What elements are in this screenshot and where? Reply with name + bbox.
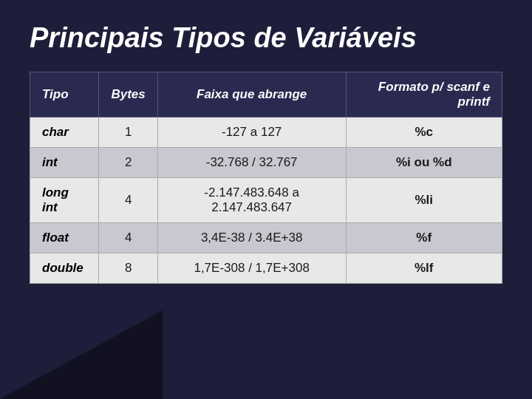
header-bytes: Bytes	[99, 72, 157, 117]
header-tipo: Tipo	[30, 72, 99, 117]
table-row: int2-32.768 / 32.767%i ou %d	[30, 148, 502, 178]
cell-tipo: char	[30, 117, 99, 148]
cell-faixa: -32.768 / 32.767	[157, 148, 346, 178]
cell-faixa: -127 a 127	[157, 117, 346, 148]
cell-tipo: float	[30, 223, 99, 253]
cell-bytes: 4	[99, 223, 157, 253]
page-title: Principais Tipos de Variáveis	[30, 22, 502, 54]
table-row: double81,7E-308 / 1,7E+308%lf	[30, 253, 502, 284]
data-table: Tipo Bytes Faixa que abrange Formato p/ …	[30, 72, 502, 284]
cell-tipo: long int	[30, 178, 99, 223]
cell-bytes: 2	[99, 148, 157, 178]
cell-faixa: 3,4E-38 / 3.4E+38	[157, 223, 346, 253]
cell-faixa: 1,7E-308 / 1,7E+308	[157, 253, 346, 284]
table-header-row: Tipo Bytes Faixa que abrange Formato p/ …	[30, 72, 502, 117]
page-container: Principais Tipos de Variáveis Tipo Bytes…	[0, 0, 532, 399]
cell-formato: %f	[346, 223, 502, 253]
cell-formato: %lf	[346, 253, 502, 284]
table-row: float43,4E-38 / 3.4E+38%f	[30, 223, 502, 253]
cell-tipo: int	[30, 148, 99, 178]
cell-formato: %li	[346, 178, 502, 223]
cell-faixa: -2.147.483.648 a 2.147.483.647	[157, 178, 346, 223]
cell-formato: %c	[346, 117, 502, 148]
table-body: char1-127 a 127%cint2-32.768 / 32.767%i …	[30, 117, 502, 284]
cell-bytes: 1	[99, 117, 157, 148]
cell-bytes: 8	[99, 253, 157, 284]
header-faixa: Faixa que abrange	[157, 72, 346, 117]
cell-formato: %i ou %d	[346, 148, 502, 178]
cell-bytes: 4	[99, 178, 157, 223]
bg-diagonal	[0, 310, 163, 399]
table-row: char1-127 a 127%c	[30, 117, 502, 148]
cell-tipo: double	[30, 253, 99, 284]
header-formato: Formato p/ scanf e printf	[346, 72, 502, 117]
table-row: long int4-2.147.483.648 a 2.147.483.647%…	[30, 178, 502, 223]
